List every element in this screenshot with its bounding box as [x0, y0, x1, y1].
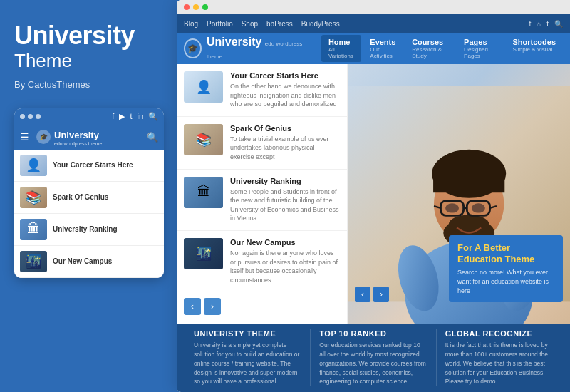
list-item-img-ranking: 🏛	[184, 177, 223, 208]
mobile-item-label-1: Your Career Starts Here	[53, 161, 133, 170]
mobile-search-icon[interactable]: 🔍	[148, 112, 158, 121]
hero-area: For A Better Education Theme Search no m…	[348, 64, 570, 324]
hero-background: For A Better Education Theme Search no m…	[348, 64, 570, 324]
list-item-campus[interactable]: 🌃 Our New Campus Nor again is there anyo…	[177, 231, 347, 292]
content-list: 👤 Your Career Starts Here On the other h…	[177, 64, 348, 324]
hero-card-title: For A Better Education Theme	[457, 242, 554, 264]
list-item-img-career: 👤	[184, 71, 223, 103]
nav-item-home[interactable]: Home All Variations	[321, 35, 361, 62]
mobile-logo-sub: edu wordpress theme	[54, 141, 102, 146]
bottom-section-ranked-title: TOP 10 RANKED	[319, 329, 427, 338]
nav-logo-text: University	[207, 36, 261, 48]
top-nav-portfolio[interactable]: Portfolio	[207, 20, 233, 28]
top-nav: Blog Portfolio Shop bbPress BuddyPress f…	[177, 14, 570, 33]
top-nav-home-icon: ⌂	[537, 20, 541, 28]
mobile-twitter-icon: t	[130, 112, 132, 120]
nav-item-shortcodes-sub: Simple & Visual	[512, 46, 556, 53]
mobile-youtube-icon: ▶	[119, 112, 125, 121]
bottom-section-theme-title: UNIVERISTY THEME	[194, 329, 301, 338]
mobile-item-img-campus: 🌃	[20, 251, 47, 272]
list-item-title-ranking: University Ranking	[230, 177, 340, 185]
mobile-dot-2	[28, 114, 33, 119]
list-item-img-genius: 📚	[184, 124, 223, 155]
nav-item-events[interactable]: Events Our Activities	[363, 35, 403, 62]
hero-card-text: Search no more! What you ever want for a…	[457, 268, 554, 295]
top-nav-icons: f ⌂ t 🔍	[529, 20, 563, 28]
list-item-title-genius: Spark Of Genius	[230, 124, 340, 133]
list-item-text-genius: To take a trivial example of us ever und…	[230, 135, 340, 162]
list-item-content-career: Your Career Starts Here On the other han…	[230, 71, 340, 109]
top-nav-facebook-icon: f	[529, 20, 531, 28]
list-item-genius[interactable]: 📚 Spark Of Genius To take a trivial exam…	[177, 117, 347, 170]
list-item-ranking[interactable]: 🏛 University Ranking Some People and Stu…	[177, 170, 347, 231]
top-nav-buddypress[interactable]: BuddyPress	[301, 20, 340, 28]
hero-prev-arrow[interactable]: ‹	[355, 287, 370, 302]
main-nav-items: Home All Variations Events Our Activitie…	[321, 35, 563, 62]
nav-item-courses-sub: Research & Study	[412, 46, 448, 59]
list-item-title-career: Your Career Starts Here	[230, 71, 340, 80]
mobile-nav-search-icon[interactable]: 🔍	[147, 132, 158, 143]
prev-page-button[interactable]: ‹	[184, 298, 201, 315]
top-nav-blog[interactable]: Blog	[184, 20, 198, 28]
mobile-logo-icon: 🎓	[36, 130, 51, 144]
mobile-top-icons: f ▶ t in 🔍	[112, 112, 158, 121]
bottom-section-global: GLOBAL RECOGNIZE It is the fact that thi…	[437, 329, 561, 386]
main-title: University	[14, 21, 162, 50]
nav-item-home-label: Home	[328, 38, 354, 46]
top-nav-links: Blog Portfolio Shop bbPress BuddyPress	[184, 20, 340, 28]
browser-dot-yellow	[193, 4, 199, 10]
mobile-facebook-icon: f	[112, 112, 114, 120]
mobile-hamburger-icon[interactable]: ☰	[20, 131, 29, 143]
mobile-logo-text-area: University edu wordpress theme	[54, 128, 102, 146]
mobile-list-item[interactable]: 🏛 University Ranking	[14, 214, 164, 246]
mobile-item-label-3: University Ranking	[53, 225, 118, 234]
mobile-logo-text: University	[54, 130, 99, 140]
browser-dot-green	[202, 4, 208, 10]
nav-item-courses[interactable]: Courses Research & Study	[405, 35, 455, 62]
top-nav-search-icon[interactable]: 🔍	[554, 20, 563, 28]
nav-item-shortcodes-label: Shortcodes	[512, 38, 556, 46]
svg-rect-5	[433, 174, 504, 192]
nav-item-shortcodes[interactable]: Shortcodes Simple & Visual	[505, 35, 563, 62]
nav-item-events-sub: Our Activities	[370, 46, 396, 59]
mobile-item-label-4: Our New Campus	[53, 257, 112, 266]
list-item-text-campus: Nor again is there anyone who loves or p…	[230, 249, 340, 284]
pagination: ‹ ›	[177, 292, 347, 321]
mobile-dot-3	[36, 114, 41, 119]
next-page-button[interactable]: ›	[204, 298, 221, 315]
mobile-item-label-2: Spark Of Genius	[53, 193, 108, 202]
mobile-item-img-ranking: 🏛	[20, 219, 47, 240]
nav-item-courses-label: Courses	[412, 38, 448, 46]
nav-item-pages[interactable]: Pages Designed Pages	[457, 35, 504, 62]
list-item-img-campus: 🌃	[184, 238, 223, 269]
hero-next-arrow[interactable]: ›	[373, 287, 389, 302]
main-nav-logo: 🎓 University edu wordpress theme	[184, 36, 306, 61]
top-nav-shop[interactable]: Shop	[242, 20, 258, 28]
nav-item-pages-label: Pages	[464, 38, 497, 46]
bottom-section-ranked-text: Our education services ranked top 10 all…	[319, 341, 427, 386]
list-item-career[interactable]: 👤 Your Career Starts Here On the other h…	[177, 64, 347, 117]
mobile-dots	[20, 114, 41, 119]
mobile-mockup: f ▶ t in 🔍 ☰ 🎓 University edu wordpress …	[14, 108, 164, 278]
browser-chrome	[177, 0, 570, 14]
main-subtitle: Theme	[14, 50, 162, 72]
mobile-dot-1	[20, 114, 25, 119]
nav-item-home-sub: All Variations	[328, 46, 354, 59]
list-item-text-ranking: Some People and Students in front of the…	[230, 187, 340, 223]
author-text: By CactusThemes	[14, 79, 162, 90]
nav-item-pages-sub: Designed Pages	[464, 46, 497, 59]
mobile-list-item[interactable]: 🌃 Our New Campus	[14, 246, 164, 278]
mobile-social-icon: in	[137, 112, 143, 120]
mobile-list-item[interactable]: 📚 Spark Of Genius	[14, 182, 164, 214]
bottom-bar: UNIVERISTY THEME University is a simple …	[177, 324, 570, 392]
list-item-content-campus: Our New Campus Nor again is there anyone…	[230, 238, 340, 284]
top-nav-bbpress[interactable]: bbPress	[266, 20, 293, 28]
bottom-section-global-text: It is the fact that this theme is loved …	[445, 341, 553, 386]
mobile-top-bar: f ▶ t in 🔍	[14, 108, 164, 125]
mobile-nav-bar: ☰ 🎓 University edu wordpress theme 🔍	[14, 125, 164, 150]
mobile-list-item[interactable]: 👤 Your Career Starts Here	[14, 150, 164, 182]
list-item-content-ranking: University Ranking Some People and Stude…	[230, 177, 340, 223]
mobile-list: 👤 Your Career Starts Here 📚 Spark Of Gen…	[14, 150, 164, 278]
list-item-content-genius: Spark Of Genius To take a trivial exampl…	[230, 124, 340, 162]
bottom-section-ranked: TOP 10 RANKED Our education services ran…	[311, 329, 436, 386]
